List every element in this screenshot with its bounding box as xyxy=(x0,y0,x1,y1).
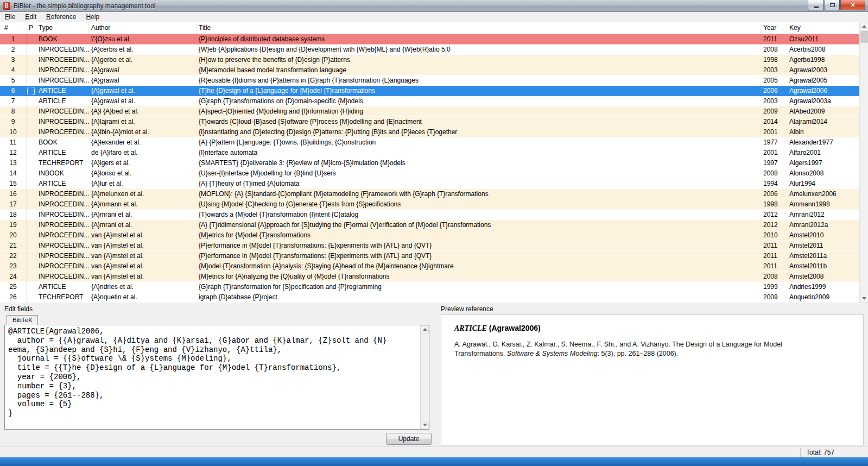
cell-year: 2006 xyxy=(761,189,787,199)
close-button[interactable]: × xyxy=(840,0,865,10)
table-row[interactable]: 14 INBOOK {A}lonso et al. {U}ser-{I}nter… xyxy=(0,168,859,179)
cell-author: {A}grawal et al. xyxy=(89,86,197,96)
cell-key: Alexander1977 xyxy=(787,137,859,148)
preview-text-end: : 5(3), pp. 261–288 (2006). xyxy=(598,350,679,357)
cell-key: Agrawal2006 xyxy=(787,86,859,96)
maximize-button[interactable] xyxy=(825,0,840,10)
cell-key: Amelunxen2006 xyxy=(787,189,859,199)
window-title: BiBler - the simple bibliography managem… xyxy=(14,2,155,10)
cell-p xyxy=(27,241,36,251)
cell-author: {A}cerbis et al. xyxy=(89,45,197,55)
column-header-num[interactable]: # xyxy=(0,22,27,34)
table-row[interactable]: 5 INPROCEEDIN... {A}grawal {R}eusable {I… xyxy=(0,75,859,86)
cell-num: 25 xyxy=(0,282,27,292)
table-row[interactable]: 23 INPROCEEDIN... van {A}mstel et al. {M… xyxy=(0,261,859,272)
arrow-down-icon xyxy=(862,297,866,300)
bibtex-editor[interactable]: @ARTICLE{Agrawal2006, author = {{A}grawa… xyxy=(5,325,429,429)
cell-year: 1977 xyxy=(761,137,787,148)
column-header-title[interactable]: Title xyxy=(197,22,761,34)
column-header-p[interactable]: P xyxy=(27,22,36,34)
table-row[interactable]: 22 INPROCEEDIN... van {A}mstel et al. {P… xyxy=(0,251,859,261)
table-row[interactable]: 4 INPROCEEDIN... {A}grawal {M}etamodel b… xyxy=(0,65,859,75)
menu-file[interactable]: File xyxy=(0,12,20,22)
scroll-down-button[interactable] xyxy=(860,294,868,303)
table-row[interactable]: 11 BOOK {A}lexander et al. {A} {P}attern… xyxy=(0,137,859,148)
scrollbar-thumb[interactable] xyxy=(860,31,868,43)
table-row[interactable]: 12 ARTICLE de {A}lfaro et al. {I}nterfac… xyxy=(0,148,859,158)
cell-p xyxy=(27,168,36,179)
title-bar[interactable]: B BiBler - the simple bibliography manag… xyxy=(0,0,868,12)
cell-p xyxy=(27,55,36,65)
cell-author: de {A}lfaro et al. xyxy=(89,148,197,158)
table-row[interactable]: 26 TECHREPORT {A}nquetin et al. igraph {… xyxy=(0,292,859,303)
column-header-key[interactable]: Key xyxy=(787,22,859,34)
table-row[interactable]: 15 ARTICLE {A}lur et al. {A} {T}heory of… xyxy=(0,179,859,189)
cell-title: {A} {T}heory of {T}imed {A}utomata xyxy=(197,179,761,189)
cell-num: 23 xyxy=(0,261,27,272)
column-header-author[interactable]: Author xyxy=(89,22,197,34)
table-row[interactable]: 1 BOOK \"{O}zsu et al. {P}rinciples of d… xyxy=(0,34,859,45)
cell-type: ARTICLE xyxy=(36,96,89,106)
editor-scroll-down-button[interactable] xyxy=(421,421,429,429)
cell-key: Alfaro2001 xyxy=(787,148,859,158)
cell-p xyxy=(27,189,36,199)
cell-year: 2010 xyxy=(761,230,787,241)
table-row[interactable]: 9 INPROCEEDIN... {A}lajrami et al. {T}ow… xyxy=(0,117,859,127)
editor-scroll-up-button[interactable] xyxy=(421,325,429,333)
close-icon: × xyxy=(851,1,855,10)
cell-type: TECHREPORT xyxy=(36,158,89,168)
table-row[interactable]: 7 ARTICLE {A}grawal et al. {G}raph {T}ra… xyxy=(0,96,859,106)
cell-title: {I}nterface automata xyxy=(197,148,761,158)
cell-author: {A}ndries et al. xyxy=(89,282,197,292)
minimize-button[interactable] xyxy=(808,0,824,10)
cell-key: Ammann1998 xyxy=(787,199,859,210)
table-row[interactable]: 19 INPROCEEDIN... {A}mrani et al. {A} {T… xyxy=(0,220,859,230)
cell-title: {T}he {D}esign of a {L}anguage for {M}od… xyxy=(197,86,761,96)
menu-reference[interactable]: Reference xyxy=(41,12,81,22)
cell-p xyxy=(27,75,36,86)
scroll-up-button[interactable] xyxy=(860,22,868,30)
table-row[interactable]: 2 INPROCEEDIN... {A}cerbis et al. {W}eb … xyxy=(0,45,859,55)
cell-author: {A}lgers et al. xyxy=(89,158,197,168)
cell-key: Andries1999 xyxy=(787,282,859,292)
cell-author: {A}gerbo et al. xyxy=(89,55,197,65)
cell-p xyxy=(27,282,36,292)
table-row[interactable]: 16 INPROCEEDIN... {A}melunxen et al. {MO… xyxy=(0,189,859,199)
table-row[interactable]: 3 INPROCEEDIN... {A}gerbo et al. {H}ow t… xyxy=(0,55,859,65)
table-row[interactable]: 8 INPROCEEDIN... {A}l {A}bed et al. {A}s… xyxy=(0,106,859,117)
table-row[interactable]: 25 ARTICLE {A}ndries et al. {G}raph {T}r… xyxy=(0,282,859,292)
table-row[interactable]: 17 INPROCEEDIN... {A}mmann et al. {U}sin… xyxy=(0,199,859,210)
table-row[interactable]: 21 INPROCEEDIN... van {A}mstel et al. {P… xyxy=(0,241,859,251)
menu-edit[interactable]: Edit xyxy=(20,12,41,22)
status-bar: Total: 757 xyxy=(0,446,868,457)
cell-p xyxy=(27,86,36,96)
cell-title: {MOFLON}: {A} {S}tandard-{C}ompliant {M}… xyxy=(197,189,761,199)
cell-key: Amstel2008 xyxy=(787,272,859,282)
cell-year: 2009 xyxy=(761,292,787,303)
cell-title: {T}owards {C}loud-{B}ased {S}oftware {P}… xyxy=(197,117,761,127)
cell-num: 6 xyxy=(0,86,27,96)
cell-p xyxy=(27,106,36,117)
column-header-year[interactable]: Year xyxy=(761,22,787,34)
cell-p xyxy=(27,251,36,261)
menu-help[interactable]: Help xyxy=(81,12,104,22)
cell-key: Anquetin2009 xyxy=(787,292,859,303)
cell-num: 7 xyxy=(0,96,27,106)
table-row[interactable]: 13 TECHREPORT {A}lgers et al. {SMARTEST}… xyxy=(0,158,859,168)
column-header-type[interactable]: Type xyxy=(36,22,89,34)
table-row[interactable]: 24 INPROCEEDIN... van {A}mstel et al. {M… xyxy=(0,272,859,282)
preview-entry-key: (Agrawal2006) xyxy=(489,324,541,332)
editor-scrollbar[interactable] xyxy=(420,325,429,429)
cell-author: van {A}mstel et al. xyxy=(89,272,197,282)
cell-type: INPROCEEDIN... xyxy=(36,189,89,199)
update-button[interactable]: Update xyxy=(386,433,432,445)
table-row[interactable]: 20 INPROCEEDIN... van {A}mstel et al. {M… xyxy=(0,230,859,241)
table-row[interactable]: 6 ARTICLE {A}grawal et al. {T}he {D}esig… xyxy=(0,86,859,96)
table-row[interactable]: 10 INPROCEEDIN... {A}lbin-{A}miot et al.… xyxy=(0,127,859,137)
cell-p xyxy=(27,148,36,158)
table-row[interactable]: 18 INPROCEEDIN... {A}mrani et al. {T}owa… xyxy=(0,210,859,220)
table-scrollbar[interactable] xyxy=(859,22,868,303)
cell-p xyxy=(27,137,36,148)
minimize-icon xyxy=(814,7,819,8)
tab-bibtex[interactable]: BibTeX xyxy=(7,315,38,325)
